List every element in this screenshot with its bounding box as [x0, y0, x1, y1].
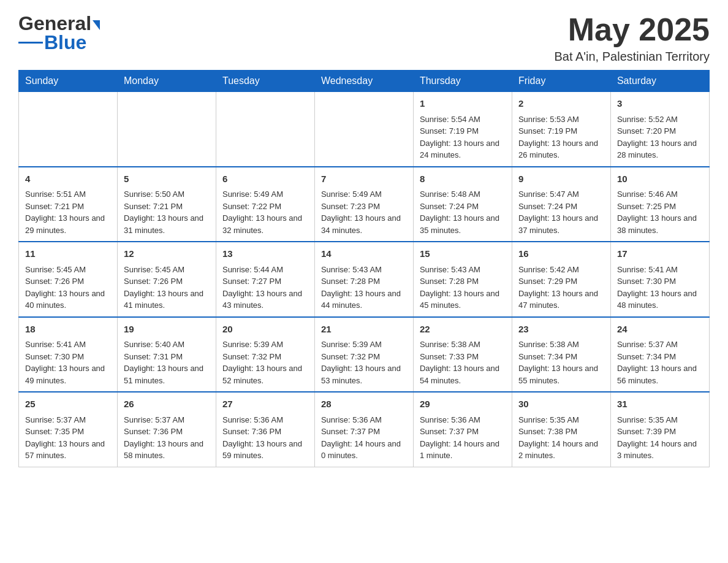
- col-thursday: Thursday: [413, 71, 512, 92]
- day-number: 11: [25, 247, 111, 261]
- calendar-cell: 19Sunrise: 5:40 AMSunset: 7:31 PMDayligh…: [117, 317, 216, 393]
- day-info: Sunrise: 5:46 AMSunset: 7:25 PMDaylight:…: [617, 188, 703, 236]
- day-info: Sunrise: 5:40 AMSunset: 7:31 PMDaylight:…: [124, 339, 210, 386]
- day-info: Sunrise: 5:44 AMSunset: 7:27 PMDaylight:…: [222, 264, 308, 312]
- calendar-cell: 5Sunrise: 5:50 AMSunset: 7:21 PMDaylight…: [117, 167, 216, 242]
- day-number: 13: [222, 247, 308, 261]
- day-number: 29: [420, 397, 506, 412]
- page-header: General Blue May 2025 Bat A'in, Palestin…: [18, 12, 710, 64]
- col-sunday: Sunday: [19, 71, 118, 92]
- day-number: 30: [518, 397, 604, 412]
- day-number: 20: [222, 323, 308, 337]
- day-info: Sunrise: 5:39 AMSunset: 7:32 PMDaylight:…: [222, 339, 308, 386]
- day-info: Sunrise: 5:49 AMSunset: 7:23 PMDaylight:…: [321, 188, 407, 236]
- day-number: 17: [617, 247, 703, 261]
- day-info: Sunrise: 5:45 AMSunset: 7:26 PMDaylight:…: [25, 264, 111, 312]
- calendar-cell: 11Sunrise: 5:45 AMSunset: 7:26 PMDayligh…: [19, 242, 118, 317]
- day-number: 21: [321, 323, 407, 337]
- day-number: 9: [518, 172, 604, 186]
- day-info: Sunrise: 5:48 AMSunset: 7:24 PMDaylight:…: [420, 188, 506, 236]
- logo-triangle-icon: [93, 20, 100, 30]
- calendar-cell: 28Sunrise: 5:36 AMSunset: 7:37 PMDayligh…: [314, 392, 413, 467]
- calendar-cell: 22Sunrise: 5:38 AMSunset: 7:33 PMDayligh…: [413, 317, 512, 393]
- day-info: Sunrise: 5:38 AMSunset: 7:34 PMDaylight:…: [518, 339, 604, 386]
- day-info: Sunrise: 5:45 AMSunset: 7:26 PMDaylight:…: [124, 264, 210, 312]
- location-text: Bat A'in, Palestinian Territory: [554, 50, 710, 64]
- day-info: Sunrise: 5:43 AMSunset: 7:28 PMDaylight:…: [420, 264, 506, 312]
- day-number: 16: [518, 247, 604, 261]
- day-info: Sunrise: 5:41 AMSunset: 7:30 PMDaylight:…: [25, 339, 111, 386]
- day-info: Sunrise: 5:43 AMSunset: 7:28 PMDaylight:…: [321, 264, 407, 312]
- calendar-cell: 26Sunrise: 5:37 AMSunset: 7:36 PMDayligh…: [117, 392, 216, 467]
- week-row-3: 11Sunrise: 5:45 AMSunset: 7:26 PMDayligh…: [19, 242, 710, 317]
- logo: General Blue: [18, 12, 100, 52]
- day-number: 5: [124, 172, 210, 186]
- day-number: 12: [124, 247, 210, 261]
- day-info: Sunrise: 5:39 AMSunset: 7:32 PMDaylight:…: [321, 339, 407, 386]
- day-number: 15: [420, 247, 506, 261]
- week-row-4: 18Sunrise: 5:41 AMSunset: 7:30 PMDayligh…: [19, 317, 710, 393]
- day-info: Sunrise: 5:52 AMSunset: 7:20 PMDaylight:…: [617, 113, 703, 161]
- day-info: Sunrise: 5:50 AMSunset: 7:21 PMDaylight:…: [124, 188, 210, 236]
- day-number: 24: [617, 323, 703, 337]
- day-info: Sunrise: 5:47 AMSunset: 7:24 PMDaylight:…: [518, 188, 604, 236]
- calendar-cell: [117, 92, 216, 167]
- calendar-cell: 21Sunrise: 5:39 AMSunset: 7:32 PMDayligh…: [314, 317, 413, 393]
- day-info: Sunrise: 5:51 AMSunset: 7:21 PMDaylight:…: [25, 188, 111, 236]
- calendar-table: Sunday Monday Tuesday Wednesday Thursday…: [18, 70, 710, 467]
- day-info: Sunrise: 5:36 AMSunset: 7:37 PMDaylight:…: [321, 414, 407, 462]
- calendar-cell: 14Sunrise: 5:43 AMSunset: 7:28 PMDayligh…: [314, 242, 413, 317]
- day-number: 26: [124, 397, 210, 412]
- calendar-cell: 2Sunrise: 5:53 AMSunset: 7:19 PMDaylight…: [512, 92, 610, 167]
- day-number: 25: [25, 397, 111, 412]
- calendar-cell: 10Sunrise: 5:46 AMSunset: 7:25 PMDayligh…: [610, 167, 709, 242]
- month-year-heading: May 2025: [554, 12, 710, 47]
- day-info: Sunrise: 5:35 AMSunset: 7:38 PMDaylight:…: [518, 414, 604, 462]
- day-number: 8: [420, 172, 506, 186]
- calendar-cell: 3Sunrise: 5:52 AMSunset: 7:20 PMDaylight…: [610, 92, 709, 167]
- week-row-5: 25Sunrise: 5:37 AMSunset: 7:35 PMDayligh…: [19, 392, 710, 467]
- col-wednesday: Wednesday: [314, 71, 413, 92]
- day-info: Sunrise: 5:54 AMSunset: 7:19 PMDaylight:…: [420, 113, 506, 161]
- day-info: Sunrise: 5:49 AMSunset: 7:22 PMDaylight:…: [222, 188, 308, 236]
- calendar-cell: 31Sunrise: 5:35 AMSunset: 7:39 PMDayligh…: [610, 392, 709, 467]
- calendar-cell: 27Sunrise: 5:36 AMSunset: 7:36 PMDayligh…: [216, 392, 314, 467]
- col-saturday: Saturday: [610, 71, 709, 92]
- calendar-cell: 7Sunrise: 5:49 AMSunset: 7:23 PMDaylight…: [314, 167, 413, 242]
- week-row-2: 4Sunrise: 5:51 AMSunset: 7:21 PMDaylight…: [19, 167, 710, 242]
- day-number: 10: [617, 172, 703, 186]
- day-info: Sunrise: 5:36 AMSunset: 7:37 PMDaylight:…: [420, 414, 506, 462]
- calendar-cell: 8Sunrise: 5:48 AMSunset: 7:24 PMDaylight…: [413, 167, 512, 242]
- calendar-cell: [216, 92, 314, 167]
- calendar-cell: 30Sunrise: 5:35 AMSunset: 7:38 PMDayligh…: [512, 392, 610, 467]
- calendar-cell: 24Sunrise: 5:37 AMSunset: 7:34 PMDayligh…: [610, 317, 709, 393]
- day-number: 18: [25, 323, 111, 337]
- col-monday: Monday: [117, 71, 216, 92]
- day-number: 27: [222, 397, 308, 412]
- calendar-cell: 1Sunrise: 5:54 AMSunset: 7:19 PMDaylight…: [413, 92, 512, 167]
- calendar-cell: [19, 92, 118, 167]
- day-number: 28: [321, 397, 407, 412]
- col-tuesday: Tuesday: [216, 71, 314, 92]
- calendar-cell: 15Sunrise: 5:43 AMSunset: 7:28 PMDayligh…: [413, 242, 512, 317]
- day-info: Sunrise: 5:35 AMSunset: 7:39 PMDaylight:…: [617, 414, 703, 462]
- calendar-cell: 29Sunrise: 5:36 AMSunset: 7:37 PMDayligh…: [413, 392, 512, 467]
- day-info: Sunrise: 5:38 AMSunset: 7:33 PMDaylight:…: [420, 339, 506, 386]
- calendar-cell: 20Sunrise: 5:39 AMSunset: 7:32 PMDayligh…: [216, 317, 314, 393]
- calendar-cell: 17Sunrise: 5:41 AMSunset: 7:30 PMDayligh…: [610, 242, 709, 317]
- calendar-cell: [314, 92, 413, 167]
- col-friday: Friday: [512, 71, 610, 92]
- calendar-cell: 12Sunrise: 5:45 AMSunset: 7:26 PMDayligh…: [117, 242, 216, 317]
- day-number: 1: [420, 97, 506, 111]
- logo-underline: [18, 42, 43, 44]
- day-number: 7: [321, 172, 407, 186]
- day-info: Sunrise: 5:36 AMSunset: 7:36 PMDaylight:…: [222, 414, 308, 462]
- day-number: 14: [321, 247, 407, 261]
- day-number: 31: [617, 397, 703, 412]
- calendar-header-row: Sunday Monday Tuesday Wednesday Thursday…: [19, 71, 710, 92]
- day-info: Sunrise: 5:37 AMSunset: 7:36 PMDaylight:…: [124, 414, 210, 462]
- calendar-cell: 25Sunrise: 5:37 AMSunset: 7:35 PMDayligh…: [19, 392, 118, 467]
- week-row-1: 1Sunrise: 5:54 AMSunset: 7:19 PMDaylight…: [19, 92, 710, 167]
- title-block: May 2025 Bat A'in, Palestinian Territory: [554, 12, 710, 64]
- calendar-cell: 9Sunrise: 5:47 AMSunset: 7:24 PMDaylight…: [512, 167, 610, 242]
